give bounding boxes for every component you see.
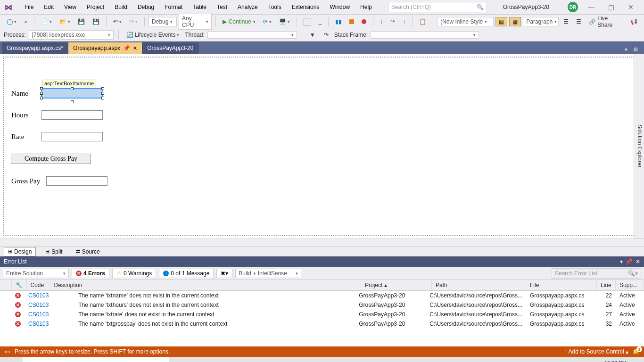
lifecycle-button[interactable]: 🔄 Lifecycle Events ▾ xyxy=(124,31,182,39)
nav-back-button[interactable]: ◯▾ xyxy=(4,17,19,26)
designer-surface[interactable]: Name asp:TextBox#txtname Hours Rate Comp… xyxy=(3,57,641,236)
col-icon2[interactable]: 🔧 xyxy=(11,280,26,291)
save-button[interactable]: 💾 xyxy=(75,17,88,26)
restart-button[interactable] xyxy=(359,18,369,25)
step-out-icon[interactable]: ↑ xyxy=(400,17,408,26)
pause-button[interactable]: ▮▮ xyxy=(332,17,345,26)
filter-icon[interactable]: ▼ xyxy=(307,31,318,39)
task-view-icon[interactable]: ⊞ xyxy=(196,357,217,362)
panel-dropdown-icon[interactable]: ▾ xyxy=(620,258,623,265)
menu-view[interactable]: View xyxy=(59,2,81,12)
edge-icon[interactable]: e xyxy=(219,357,239,362)
error-row[interactable]: ✕CS0103The name 'txtgrosspay' does not e… xyxy=(0,319,644,329)
panel-pin-icon[interactable]: 📌 xyxy=(626,258,633,265)
source-control-button[interactable]: ↑ Add to Source Control ▴ xyxy=(564,348,628,355)
app-icon-1[interactable]: ◉ xyxy=(264,357,285,362)
live-share-button[interactable]: 🔗 Live Share xyxy=(586,14,625,29)
hours-textbox[interactable] xyxy=(41,110,103,120)
close-tab-icon[interactable]: ✕ xyxy=(133,45,137,51)
menu-build[interactable]: Build xyxy=(110,2,132,12)
pin-icon[interactable]: 📌 xyxy=(123,45,130,51)
error-row[interactable]: ✕CS0103The name 'txtrate' does not exist… xyxy=(0,310,644,319)
compute-button[interactable]: Compute Gross Pay xyxy=(11,154,91,164)
col-file[interactable]: File xyxy=(526,280,597,291)
panel-close-icon[interactable]: ✕ xyxy=(636,258,640,265)
menu-project[interactable]: Project xyxy=(82,2,109,12)
user-badge[interactable]: DR xyxy=(568,2,578,12)
notifications-button[interactable]: 🔔2 xyxy=(632,348,639,355)
step-over-icon[interactable]: ↷ xyxy=(388,17,398,26)
menu-file[interactable]: File xyxy=(20,2,38,12)
start-button[interactable]: ⊞ xyxy=(0,357,23,362)
format-dropdown[interactable]: Paragraph▾ xyxy=(523,17,559,26)
continue-button[interactable]: ▶ Continue ▾ xyxy=(220,17,258,26)
build-mode-dropdown[interactable]: Build + IntelliSense▾ xyxy=(235,269,301,278)
explorer-icon[interactable]: 📁 xyxy=(241,357,262,362)
errors-filter[interactable]: ✕4 Errors xyxy=(72,269,109,278)
horizontal-scrollbar[interactable] xyxy=(0,239,644,246)
scope-dropdown[interactable]: Entire Solution▾ xyxy=(3,269,69,278)
minimize-button[interactable]: — xyxy=(582,1,601,13)
menu-analyze[interactable]: Analyze xyxy=(233,2,263,12)
tab-grosspayapp-project[interactable]: GrossPayApp3-20 xyxy=(142,42,198,54)
clock[interactable]: 10:07 PM 3/20/2020 xyxy=(603,360,627,362)
tool-icon-3[interactable]: 📋 xyxy=(416,17,429,26)
quick-launch-search[interactable]: Search (Ctrl+Q) 🔍 xyxy=(388,2,487,12)
open-button[interactable]: 📂▾ xyxy=(57,17,73,26)
word-icon[interactable]: W xyxy=(287,357,307,362)
cortana-icon[interactable]: ○ xyxy=(173,357,194,362)
tab-dropdown-icon[interactable]: ▾ xyxy=(623,45,629,54)
list-icon-2[interactable]: ☰ xyxy=(573,17,584,26)
step-into-icon[interactable]: ↓ xyxy=(377,17,386,26)
step-icon[interactable]: ↷ xyxy=(321,31,331,39)
split-view-button[interactable]: ⊟Split xyxy=(41,247,66,256)
name-textbox[interactable]: asp:TextBox#txtname xyxy=(41,89,103,98)
tab-grosspayapp-aspx[interactable]: Grosspayapp.aspx 📌 ✕ xyxy=(68,42,142,54)
feedback-icon[interactable]: 📢 xyxy=(627,17,640,26)
clear-filter-button[interactable]: ✖▾ xyxy=(216,269,232,278)
tool-icon-2[interactable]: _ xyxy=(316,17,325,26)
undo-button[interactable]: ↶▾ xyxy=(110,17,124,26)
stack-dropdown[interactable]: ▾ xyxy=(371,31,479,39)
platform-dropdown[interactable]: Any CPU▾ xyxy=(179,14,212,30)
messages-filter[interactable]: i0 of 1 Message xyxy=(159,269,214,278)
menu-debug[interactable]: Debug xyxy=(133,2,159,12)
col-icon[interactable] xyxy=(0,280,11,291)
visual-studio-icon[interactable]: ⋈ xyxy=(309,357,330,362)
menu-table[interactable]: Table xyxy=(188,2,211,12)
close-button[interactable]: ✕ xyxy=(621,1,640,13)
menu-edit[interactable]: Edit xyxy=(39,2,58,12)
tab-settings-icon[interactable]: ⚙ xyxy=(631,45,640,54)
nav-fwd-button[interactable]: ● xyxy=(21,17,30,26)
menu-extensions[interactable]: Extensions xyxy=(287,2,324,12)
config-dropdown[interactable]: Debug▾ xyxy=(149,17,177,26)
app-icon-2[interactable]: 📋 xyxy=(332,357,353,362)
taskbar-search[interactable]: 🔍 Type here to search xyxy=(23,357,169,362)
grosspay-textbox[interactable] xyxy=(46,176,107,186)
col-code[interactable]: Code xyxy=(26,280,50,291)
menu-format[interactable]: Format xyxy=(160,2,187,12)
save-all-button[interactable]: 💾 xyxy=(90,17,102,26)
source-view-button[interactable]: ⇄Source xyxy=(72,247,104,256)
tab-grosspayapp-cs[interactable]: Grosspayapp.aspx.cs* xyxy=(2,42,68,54)
stop-button[interactable] xyxy=(347,18,357,25)
new-button[interactable]: 📄▾ xyxy=(38,17,55,26)
process-dropdown[interactable]: [7908] iisexpress.exe▾ xyxy=(29,30,114,40)
refresh-button[interactable]: ⟳▾ xyxy=(260,17,274,26)
design-view-button[interactable]: ⊞Design xyxy=(4,247,36,256)
error-row[interactable]: ✕CS0103The name 'txtname' does not exist… xyxy=(0,291,644,300)
style-dropdown[interactable]: (New Inline Style▾ xyxy=(437,17,494,26)
thread-dropdown[interactable]: ▾ xyxy=(207,31,297,39)
col-path[interactable]: Path xyxy=(432,280,526,291)
tool-icon-1[interactable] xyxy=(301,17,314,26)
list-icon[interactable]: ☰ xyxy=(561,17,571,26)
col-line[interactable]: Line xyxy=(597,280,616,291)
menu-test[interactable]: Test xyxy=(212,2,232,12)
menu-window[interactable]: Window xyxy=(325,2,355,12)
warnings-filter[interactable]: ⚠0 Warnings xyxy=(112,269,156,278)
table-tool-2[interactable]: ▦ xyxy=(509,17,521,26)
redo-button[interactable]: ↷▾ xyxy=(126,17,140,26)
solution-explorer-tab[interactable]: Solution Explorer xyxy=(634,54,644,239)
col-supp[interactable]: Supp... xyxy=(616,280,644,291)
table-tool-1[interactable]: ▦ xyxy=(495,17,507,26)
